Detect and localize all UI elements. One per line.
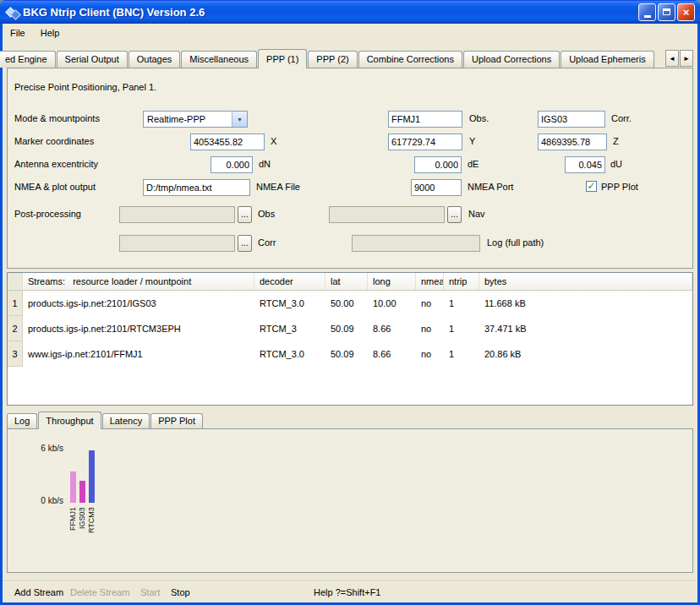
col-header-long[interactable]: long — [368, 273, 416, 290]
post-corr-label: Corr — [258, 237, 276, 248]
post-nav-browse-button[interactable]: ... — [447, 206, 462, 223]
cell-mountpoint: products.igs-ip.net:2101/IGS03 — [23, 291, 254, 316]
tab-outages[interactable]: Outages — [129, 51, 181, 68]
tab-scroll-left-icon[interactable]: ◄ — [665, 50, 679, 67]
cell-decoder: RTCM_3 — [254, 316, 325, 341]
marker-z-label: Z — [613, 136, 619, 146]
antenna-du-input[interactable] — [565, 156, 605, 173]
cell-nmea: no — [416, 291, 444, 316]
chart-bar-igs03 — [79, 481, 85, 503]
ppp-panel: Precise Point Positioning, Panel 1. Mode… — [7, 68, 693, 269]
cell-ntrip: 1 — [444, 291, 479, 316]
antenna-dn-label: dN — [259, 159, 271, 169]
marker-z-input[interactable] — [538, 134, 607, 150]
col-header-nmea[interactable]: nmea — [416, 273, 444, 290]
tab-upload-ephemeris[interactable]: Upload Ephemeris — [561, 51, 654, 68]
close-button[interactable]: × — [677, 3, 695, 21]
streams-table-header: Streams: resource loader / mountpoint de… — [8, 273, 692, 291]
streams-table: Streams: resource loader / mountpoint de… — [7, 272, 693, 406]
post-corr-browse-button[interactable]: ... — [238, 235, 252, 252]
menu-file[interactable]: File — [3, 25, 33, 41]
cell-ntrip: 1 — [444, 316, 479, 341]
tab-log[interactable]: Log — [7, 413, 37, 428]
tab-ppp-plot[interactable]: PPP Plot — [150, 413, 203, 428]
chart-x-labels: FFMJ1 IGS03 RTCM3 — [68, 507, 96, 544]
mode-select[interactable]: Realtime-PPP ▼ — [143, 111, 248, 128]
col-header-decoder[interactable]: decoder — [254, 273, 325, 290]
menu-help[interactable]: Help — [33, 25, 68, 41]
corr-mountpoint-input[interactable] — [538, 111, 605, 128]
panel-title: Precise Point Positioning, Panel 1. — [14, 82, 156, 92]
cell-decoder: RTCM_3.0 — [254, 341, 325, 367]
post-nav-field — [329, 206, 445, 223]
marker-x-input[interactable] — [190, 134, 265, 150]
nmea-file-input[interactable] — [143, 179, 250, 196]
chart-bar-ffmj1 — [70, 471, 76, 503]
cell-long: 10.00 — [368, 291, 416, 316]
check-icon: ✓ — [587, 180, 595, 192]
tab-latency[interactable]: Latency — [102, 413, 150, 428]
post-obs-browse-button[interactable]: ... — [238, 206, 252, 223]
col-header-bytes[interactable]: bytes — [479, 273, 692, 290]
nmea-port-label: NMEA Port — [468, 182, 513, 192]
row-number: 1 — [8, 291, 23, 316]
obs-mountpoint-input[interactable] — [388, 111, 462, 128]
cell-lat: 50.00 — [325, 291, 368, 316]
cell-long: 8.66 — [368, 316, 416, 341]
post-obs-field — [119, 206, 235, 223]
ppp-plot-checkbox[interactable]: ✓ — [586, 181, 597, 192]
antenna-de-input[interactable] — [414, 156, 462, 173]
tab-feed-engine[interactable]: ed Engine — [0, 51, 56, 68]
cell-lat: 50.09 — [325, 316, 368, 341]
cell-bytes: 20.86 kB — [479, 341, 692, 367]
post-obs-label: Obs — [258, 209, 275, 219]
tab-scroll-buttons: ◄ ► — [664, 50, 693, 67]
tab-upload-corrections[interactable]: Upload Corrections — [463, 51, 560, 68]
start-button: Start — [140, 587, 160, 597]
maximize-icon — [663, 8, 670, 15]
add-stream-button[interactable]: Add Stream — [14, 587, 63, 597]
marker-x-label: X — [271, 136, 276, 146]
post-nav-label: Nav — [468, 209, 485, 219]
tab-serial-output[interactable]: Serial Output — [57, 51, 128, 68]
mode-label: Mode & mountpoints — [14, 113, 100, 123]
tab-scroll-right-icon[interactable]: ► — [680, 50, 693, 67]
stream-row[interactable]: 2 products.igs-ip.net:2101/RTCM3EPH RTCM… — [8, 316, 692, 341]
col-header-mountpoint[interactable]: Streams: resource loader / mountpoint — [23, 273, 254, 290]
tab-throughput[interactable]: Throughput — [38, 412, 101, 429]
app-window: BKG Ntrip Client (BNC) Version 2.6 × Fil… — [0, 0, 700, 605]
marker-y-input[interactable] — [388, 134, 462, 150]
tab-ppp-1[interactable]: PPP (1) — [258, 49, 307, 68]
cell-nmea: no — [416, 316, 444, 341]
antenna-de-label: dE — [468, 159, 479, 169]
cell-ntrip: 1 — [444, 341, 479, 367]
x-label: FFMJ1 — [68, 507, 78, 544]
chevron-down-icon: ▼ — [232, 112, 247, 127]
obs-label: Obs. — [469, 113, 489, 123]
tab-ppp-2[interactable]: PPP (2) — [308, 51, 357, 68]
antenna-label: Antenna excentricity — [14, 159, 98, 169]
ppp-plot-label: PPP Plot — [601, 182, 638, 192]
col-header-ntrip[interactable]: ntrip — [444, 273, 479, 290]
stream-row[interactable]: 1 products.igs-ip.net:2101/IGS03 RTCM_3.… — [8, 291, 692, 316]
post-log-field — [352, 235, 480, 252]
delete-stream-button: Delete Stream — [70, 587, 129, 597]
client-area: File Help ed Engine Serial Output Outage… — [3, 24, 697, 602]
col-header-lat[interactable]: lat — [325, 273, 368, 290]
cell-lat: 50.09 — [325, 341, 368, 367]
tab-combine-corrections[interactable]: Combine Corrections — [358, 51, 462, 68]
row-number: 2 — [8, 316, 23, 341]
tab-miscellaneous[interactable]: Miscellaneous — [181, 51, 257, 68]
cell-long: 8.66 — [368, 341, 416, 367]
mode-select-value: Realtime-PPP — [144, 114, 232, 124]
app-icon — [6, 5, 19, 19]
stop-button[interactable]: Stop — [171, 587, 190, 597]
minimize-button[interactable] — [638, 3, 656, 21]
nmea-port-input[interactable] — [411, 179, 462, 196]
window-title: BKG Ntrip Client (BNC) Version 2.6 — [23, 6, 638, 19]
y-tick-max: 6 kb/s — [19, 444, 63, 453]
antenna-dn-input[interactable] — [211, 156, 253, 173]
post-corr-field — [119, 235, 235, 252]
maximize-button[interactable] — [658, 3, 675, 21]
stream-row[interactable]: 3 www.igs-ip.net:2101/FFMJ1 RTCM_3.0 50.… — [8, 341, 692, 367]
